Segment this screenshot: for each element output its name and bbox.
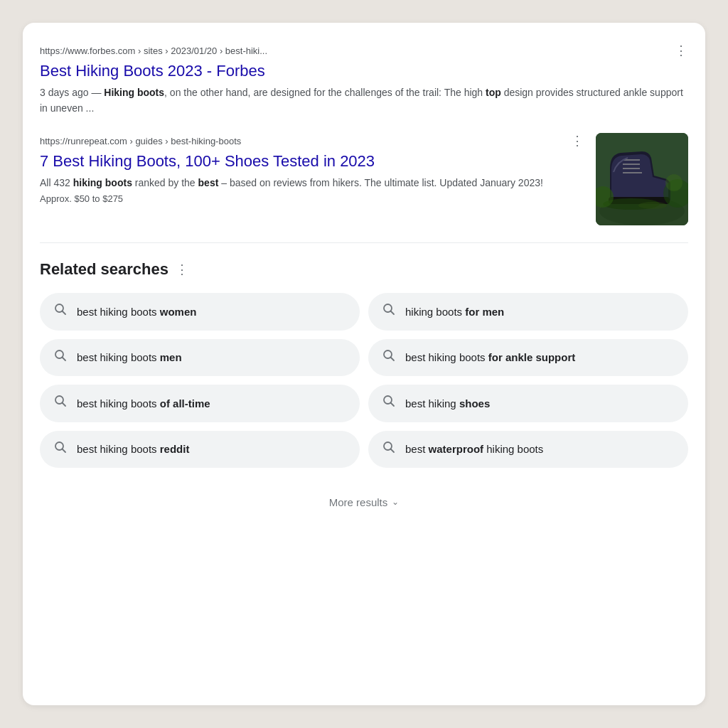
result2-title[interactable]: 7 Best Hiking Boots, 100+ Shoes Tested i… <box>40 151 584 172</box>
more-results-section: More results ⌄ <box>40 491 688 514</box>
result1-more-icon[interactable]: ⋮ <box>675 43 688 58</box>
result1-url: https://www.forbes.com › sites › 2023/01… <box>40 43 688 58</box>
svg-line-17 <box>391 311 395 315</box>
result2-price: Approx. $50 to $275 <box>40 193 584 204</box>
related-item-6[interactable]: best hiking shoes <box>368 385 688 422</box>
related-item-6-text: best hiking shoes <box>405 396 490 411</box>
svg-line-27 <box>63 449 66 452</box>
svg-point-10 <box>638 202 667 209</box>
more-results-button[interactable]: More results ⌄ <box>318 491 411 514</box>
svg-point-13 <box>665 174 682 191</box>
result2-url: https://runrepeat.com › guides › best-hi… <box>40 133 584 149</box>
search-icon-7 <box>54 441 67 458</box>
search-icon-3 <box>54 349 67 366</box>
related-item-1[interactable]: best hiking boots women <box>40 293 360 330</box>
related-item-3[interactable]: best hiking boots men <box>40 339 360 376</box>
search-results-card: https://www.forbes.com › sites › 2023/01… <box>23 23 705 705</box>
related-item-5-text: best hiking boots of all-time <box>77 396 210 411</box>
svg-line-21 <box>391 357 395 360</box>
section-divider <box>40 242 688 243</box>
search-result-1: https://www.forbes.com › sites › 2023/01… <box>40 43 688 116</box>
search-icon-6 <box>382 395 395 412</box>
related-item-5[interactable]: best hiking boots of all-time <box>40 385 360 422</box>
related-item-2-text: hiking boots for men <box>405 304 504 319</box>
result2-url-text: https://runrepeat.com › guides › best-hi… <box>40 136 241 146</box>
svg-line-23 <box>63 403 66 407</box>
related-item-3-text: best hiking boots men <box>77 350 182 365</box>
related-searches-header: Related searches ⋮ <box>40 260 688 279</box>
related-searches-grid: best hiking boots women hiking boots for… <box>40 293 688 468</box>
result1-title[interactable]: Best Hiking Boots 2023 - Forbes <box>40 61 688 82</box>
search-icon-5 <box>54 395 67 412</box>
related-item-8[interactable]: best waterproof hiking boots <box>368 431 688 468</box>
svg-line-29 <box>391 449 395 452</box>
related-searches-title: Related searches <box>40 260 168 279</box>
svg-line-15 <box>63 311 66 315</box>
related-item-7[interactable]: best hiking boots reddit <box>40 431 360 468</box>
chevron-down-icon: ⌄ <box>392 497 399 507</box>
related-item-4-text: best hiking boots for ankle support <box>405 350 575 365</box>
search-result-2: https://runrepeat.com › guides › best-hi… <box>40 133 688 225</box>
result2-snippet: All 432 hiking boots ranked by the best … <box>40 175 584 191</box>
more-results-label: More results <box>329 496 388 508</box>
search-icon-4 <box>382 349 395 366</box>
result1-title-link[interactable]: Best Hiking Boots 2023 - Forbes <box>40 62 265 80</box>
result2-more-icon[interactable]: ⋮ <box>571 133 584 149</box>
result2-image <box>596 133 688 225</box>
related-item-1-text: best hiking boots women <box>77 304 196 319</box>
related-item-8-text: best waterproof hiking boots <box>405 441 543 456</box>
related-more-icon[interactable]: ⋮ <box>176 262 188 277</box>
result2-title-link[interactable]: 7 Best Hiking Boots, 100+ Shoes Tested i… <box>40 152 375 170</box>
related-item-2[interactable]: hiking boots for men <box>368 293 688 330</box>
search-icon-8 <box>382 441 395 458</box>
related-item-7-text: best hiking boots reddit <box>77 441 189 456</box>
result1-url-text: https://www.forbes.com › sites › 2023/01… <box>40 46 267 56</box>
search-icon-2 <box>382 303 395 320</box>
svg-line-25 <box>391 403 395 407</box>
result1-snippet: 3 days ago — Hiking boots, on the other … <box>40 85 688 117</box>
svg-line-19 <box>63 357 66 360</box>
related-item-4[interactable]: best hiking boots for ankle support <box>368 339 688 376</box>
search-icon-1 <box>54 303 67 320</box>
result2-text-col: https://runrepeat.com › guides › best-hi… <box>40 133 584 204</box>
